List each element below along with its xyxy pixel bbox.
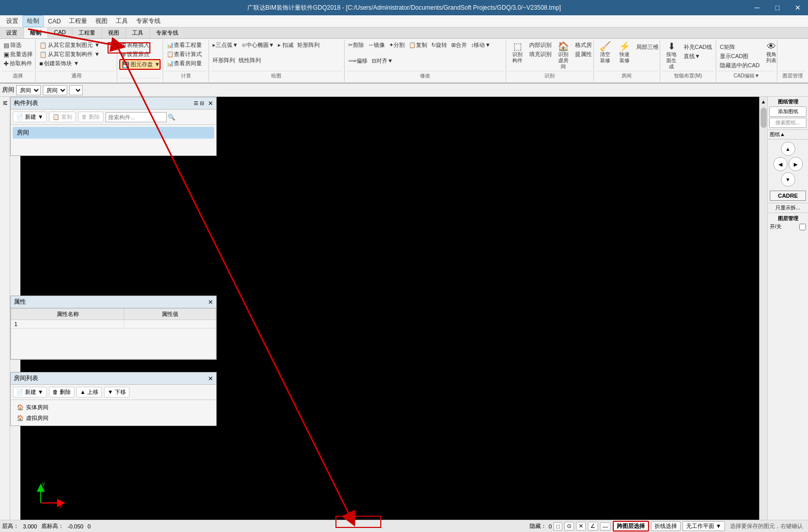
- minimize-button[interactable]: ─: [747, 0, 767, 15]
- btn-circle-mode[interactable]: ⊙: [564, 522, 574, 530]
- btn-rect-mode[interactable]: □: [554, 522, 562, 530]
- btn-copy[interactable]: 📋复制: [407, 41, 429, 49]
- btn-circle-array[interactable]: 环形阵列: [211, 56, 237, 65]
- component-panel-close[interactable]: ✕: [208, 100, 213, 107]
- ribbon-tab-tools[interactable]: 工具: [126, 28, 150, 38]
- status-base-height-value: -0.050: [68, 523, 84, 529]
- btn-new-room[interactable]: 📄 新建 ▼: [13, 387, 47, 397]
- attr-panel-close[interactable]: ✕: [208, 299, 213, 306]
- nav-up-btn[interactable]: ▲: [781, 142, 795, 156]
- btn-no-work-plane[interactable]: 无工作平面 ▼: [683, 521, 725, 531]
- btn-identify-virtual-room[interactable]: 🏠识别虚房间: [554, 41, 572, 71]
- btn-quick-decor[interactable]: ⚡快速装修: [615, 41, 634, 65]
- search-component-input[interactable]: [106, 112, 167, 122]
- btn-internal-identify[interactable]: 内部识别: [528, 41, 553, 49]
- ribbon-tab-draw[interactable]: 绘制: [24, 28, 48, 38]
- btn-copy-component[interactable]: 📋 复制: [49, 112, 76, 122]
- btn-align[interactable]: ⊟对齐▼: [370, 57, 395, 65]
- menu-cad[interactable]: CAD: [44, 17, 65, 26]
- btn-format-room[interactable]: 格式房: [574, 41, 593, 49]
- btn-trim[interactable]: ✂剪除: [347, 41, 366, 49]
- btn-identify-component[interactable]: ⬚识别构件: [508, 41, 527, 65]
- close-button[interactable]: ✕: [788, 0, 808, 15]
- btn-cross-layer-select[interactable]: 跨图层选择: [613, 521, 649, 531]
- scroll-up-btn[interactable]: ▲: [760, 98, 767, 105]
- btn-move-up-room[interactable]: ▲ 上移: [76, 387, 102, 397]
- menu-view[interactable]: 视图: [91, 16, 112, 26]
- sidebar-btn-1[interactable]: M: [1, 99, 9, 107]
- btn-delete-component[interactable]: 🗑 删除: [78, 112, 103, 122]
- menu-expert[interactable]: 专家专线: [132, 16, 165, 26]
- btn-local-3d[interactable]: 局部三维: [635, 43, 660, 51]
- btn-c-matrix[interactable]: C矩阵: [718, 43, 761, 51]
- toolbar-select-3[interactable]: [69, 85, 83, 95]
- ribbon-tab-cad[interactable]: CAD: [48, 28, 72, 38]
- btn-move[interactable]: ↕移动▼: [470, 41, 492, 49]
- ribbon-tab-quantities[interactable]: 工程量: [72, 28, 102, 38]
- btn-polyline-select[interactable]: 折线选择: [651, 521, 681, 531]
- btn-hide-selected-cad[interactable]: 隐藏选中的CAD: [718, 61, 761, 70]
- btn-view-quantities[interactable]: 📊查看工程量: [165, 41, 206, 49]
- btn-line-mode[interactable]: —: [600, 522, 611, 530]
- btn-copy-component-from-layer[interactable]: 📋从其它层复制构件 ▼: [38, 50, 115, 59]
- btn-rotate[interactable]: ↻旋转: [430, 41, 449, 49]
- btn-view-room-qty[interactable]: 📊查看房间量: [165, 59, 206, 68]
- btn-ellipse[interactable]: ⊙中心椭圆▼: [240, 41, 276, 49]
- btn-fill-identify[interactable]: 填充识别: [528, 50, 553, 59]
- btn-create-decor-block[interactable]: ■创建装饰块 ▼: [38, 59, 115, 68]
- scroll-bar-vertical[interactable]: ▲ ▼: [759, 97, 767, 530]
- ribbon-tab-expert[interactable]: 专家专线: [150, 28, 185, 38]
- nav-left-btn[interactable]: ◀: [773, 157, 788, 171]
- btn-mirror[interactable]: ↔镜像: [367, 41, 386, 49]
- btn-delete-room[interactable]: 🗑 删除: [49, 387, 74, 397]
- menu-quantities[interactable]: 工程量: [65, 16, 91, 26]
- btn-add-drawing[interactable]: 添加图纸: [769, 107, 806, 117]
- btn-merge[interactable]: ⊞合并: [450, 41, 468, 49]
- btn-extract-attr[interactable]: 提属性: [574, 50, 593, 59]
- room-item-virtual[interactable]: 🏠 虚拟房间: [13, 413, 214, 423]
- btn-gen-from-floor[interactable]: ⬇按地面生成: [662, 41, 681, 71]
- btn-linear-array[interactable]: 线性阵列: [237, 56, 263, 65]
- maximize-button[interactable]: □: [767, 0, 788, 15]
- btn-show-cad[interactable]: 显示CAD图: [718, 52, 761, 61]
- btn-offset[interactable]: ⟹偏移: [347, 57, 369, 65]
- nav-right-btn[interactable]: ▶: [789, 157, 803, 171]
- btn-filter[interactable]: ▤筛选: [2, 41, 33, 49]
- btn-split[interactable]: ✦分割: [387, 41, 406, 49]
- ribbon-tab-view[interactable]: 视图: [102, 28, 126, 38]
- btn-rect-array[interactable]: 矩形阵列: [296, 41, 321, 49]
- btn-table-insert[interactable]: ⊞表格插入: [119, 41, 161, 49]
- scroll-thumb[interactable]: [761, 108, 767, 128]
- show-only-btn[interactable]: 只显示拆...: [768, 203, 808, 212]
- btn-angle-mode[interactable]: ∠: [588, 522, 598, 530]
- btn-close-mode[interactable]: ✕: [576, 522, 586, 530]
- component-item-room[interactable]: 房间: [13, 127, 214, 139]
- btn-move-down-room[interactable]: ▼ 下移: [104, 387, 129, 397]
- room-panel-close[interactable]: ✕: [208, 375, 213, 382]
- search-icon[interactable]: 🔍: [168, 114, 175, 121]
- btn-copy-from-layer[interactable]: 📋从其它层复制图元 ▼: [38, 41, 115, 49]
- btn-set-origin[interactable]: ⊕设置原点: [119, 50, 161, 59]
- room-item-solid[interactable]: 🏠 实体房间: [13, 402, 214, 413]
- btn-store-figure[interactable]: 💾图元存盘 ▼: [119, 59, 161, 70]
- toolbar-select-2[interactable]: 房间: [43, 85, 67, 95]
- btn-pick-component[interactable]: ✚拾取构件: [2, 59, 33, 68]
- btn-new-component[interactable]: 📄 新建 ▼: [13, 112, 47, 122]
- ribbon-tab-settings[interactable]: 设置: [0, 28, 24, 38]
- menu-settings[interactable]: 设置: [2, 16, 22, 26]
- btn-clear-decor[interactable]: 🧹清空装修: [596, 41, 614, 65]
- menu-draw[interactable]: 绘制: [22, 15, 44, 27]
- panel-icon-views[interactable]: ☰ ⊟: [194, 100, 204, 106]
- toolbar-select-1[interactable]: 房间: [16, 85, 41, 95]
- nav-down-btn[interactable]: ▼: [781, 172, 795, 187]
- btn-subtract[interactable]: ▸ 扣减: [276, 41, 295, 49]
- ribbon-group-calc: 📊查看工程量 📋查看计算式 📊查看房间量 计算: [163, 40, 209, 82]
- btn-line[interactable]: 直线▼: [682, 52, 714, 61]
- btn-view-formula[interactable]: 📋查看计算式: [165, 50, 206, 59]
- menu-tools[interactable]: 工具: [112, 16, 132, 26]
- btn-search-drawing[interactable]: 搜索图纸...: [769, 118, 806, 128]
- layer-toggle-checkbox[interactable]: [799, 224, 806, 230]
- btn-arc[interactable]: ▸三点弧▼: [211, 41, 240, 49]
- btn-supplement-cad[interactable]: 补充CAD线: [682, 43, 714, 51]
- btn-batch-select[interactable]: ▣批量选择: [2, 50, 33, 59]
